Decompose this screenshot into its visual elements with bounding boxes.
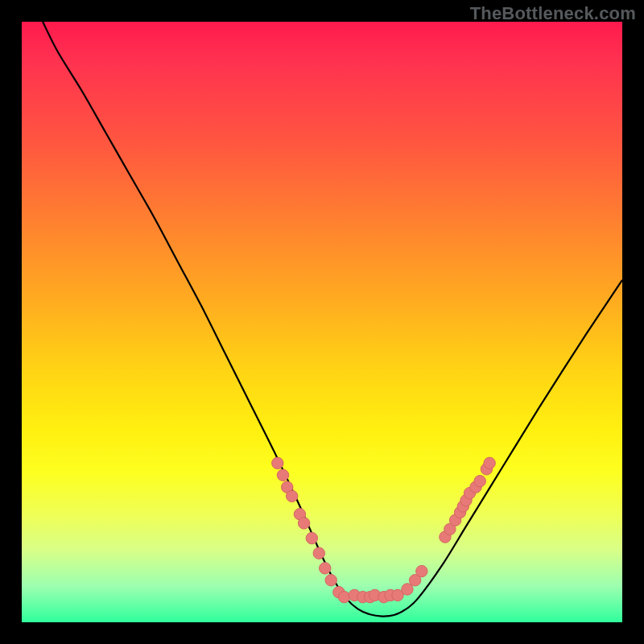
curve-marker: [320, 563, 331, 574]
watermark-text: TheBottleneck.com: [470, 3, 636, 24]
curve-marker: [402, 584, 413, 595]
curve-marker: [282, 481, 293, 493]
curve-marker: [287, 490, 298, 502]
curve-marker: [357, 591, 369, 602]
chart-svg: [22, 22, 622, 622]
curve-marker: [272, 457, 283, 469]
curve-marker: [484, 457, 495, 469]
curve-marker: [294, 509, 305, 520]
curve-marker: [464, 487, 475, 498]
curve-marker: [313, 547, 324, 559]
curve-marker: [392, 589, 403, 601]
curve-marker: [409, 575, 420, 586]
curve-marker: [333, 587, 345, 598]
curve-marker: [349, 589, 360, 601]
curve-marker: [369, 589, 380, 601]
curve-marker: [470, 481, 481, 493]
chart-frame: TheBottleneck.com: [0, 0, 644, 644]
curve-marker: [457, 501, 469, 512]
chart-plot-area: [22, 22, 622, 622]
curve-marker: [306, 532, 317, 543]
curve-marker: [444, 523, 456, 535]
curve-marker: [449, 514, 460, 526]
curve-marker: [277, 469, 288, 481]
curve-marker: [338, 591, 349, 602]
curve-marker: [364, 591, 375, 602]
curve-marker: [454, 506, 465, 518]
curve-marker: [440, 531, 451, 543]
curve-marker: [474, 475, 485, 486]
curve-marker: [378, 591, 390, 602]
bottleneck-curve: [43, 22, 622, 617]
curve-marker: [416, 565, 427, 576]
curve-marker: [481, 464, 492, 475]
curve-markers: [272, 457, 496, 603]
curve-marker: [385, 589, 396, 601]
curve-marker: [460, 494, 472, 506]
curve-marker: [298, 518, 309, 529]
curve-marker: [325, 575, 336, 586]
